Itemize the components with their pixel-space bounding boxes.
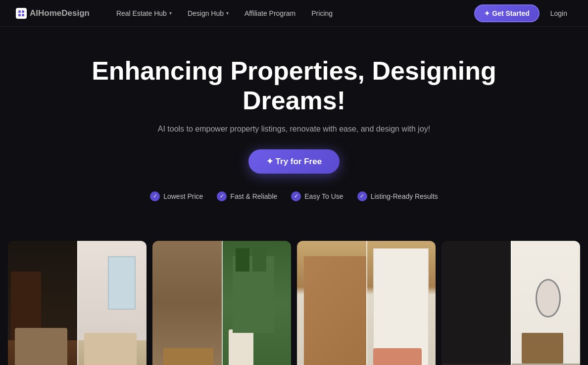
card-home-renovation[interactable]: Home Renovation ›: [441, 241, 580, 365]
chevron-down-icon: ▾: [169, 10, 172, 16]
check-icon: ✓: [357, 191, 367, 201]
hero-section: Enhancing Properties, Designing Dreams! …: [0, 27, 588, 241]
svg-rect-2: [18, 14, 21, 16]
badge-lowest-price: ✓ Lowest Price: [150, 191, 203, 201]
login-button[interactable]: Login: [545, 6, 572, 20]
logo[interactable]: AIHomeDesign: [16, 8, 90, 19]
nav-right: ✦ Get Started Login: [474, 4, 572, 22]
nav-items: Real Estate Hub ▾ Design Hub ▾ Affiliate…: [109, 6, 474, 20]
nav-item-pricing[interactable]: Pricing: [304, 6, 340, 20]
check-icon: ✓: [291, 191, 301, 201]
svg-rect-0: [18, 10, 21, 13]
card-photo-editing[interactable]: Photo Editing ›: [297, 241, 436, 365]
feature-cards-grid: Virtual Staging › Interior Design ›: [0, 241, 588, 365]
try-for-free-button[interactable]: ✦ Try for Free: [248, 149, 340, 174]
hero-title: Enhancing Properties, Designing Dreams!: [71, 56, 517, 116]
check-icon: ✓: [217, 191, 227, 201]
nav-item-real-estate-hub[interactable]: Real Estate Hub ▾: [109, 6, 179, 20]
badge-listing-ready: ✓ Listing-Ready Results: [357, 191, 438, 201]
navbar: AIHomeDesign Real Estate Hub ▾ Design Hu…: [0, 0, 588, 27]
badge-easy-to-use: ✓ Easy To Use: [291, 191, 343, 201]
feature-badges: ✓ Lowest Price ✓ Fast & Reliable ✓ Easy …: [150, 191, 438, 201]
nav-item-design-hub[interactable]: Design Hub ▾: [181, 6, 236, 20]
hero-subtitle: AI tools to empower property listings, r…: [158, 125, 431, 134]
logo-icon: [16, 8, 27, 19]
card-virtual-staging[interactable]: Virtual Staging ›: [8, 241, 147, 365]
svg-rect-3: [22, 14, 24, 16]
check-icon: ✓: [150, 191, 160, 201]
nav-item-affiliate-program[interactable]: Affiliate Program: [238, 6, 302, 20]
badge-fast-reliable: ✓ Fast & Reliable: [217, 191, 277, 201]
get-started-button[interactable]: ✦ Get Started: [474, 4, 539, 22]
card-interior-design[interactable]: Interior Design ›: [152, 241, 291, 365]
chevron-down-icon: ▾: [226, 10, 229, 16]
svg-rect-1: [22, 10, 24, 13]
logo-text: AIHomeDesign: [30, 8, 90, 18]
